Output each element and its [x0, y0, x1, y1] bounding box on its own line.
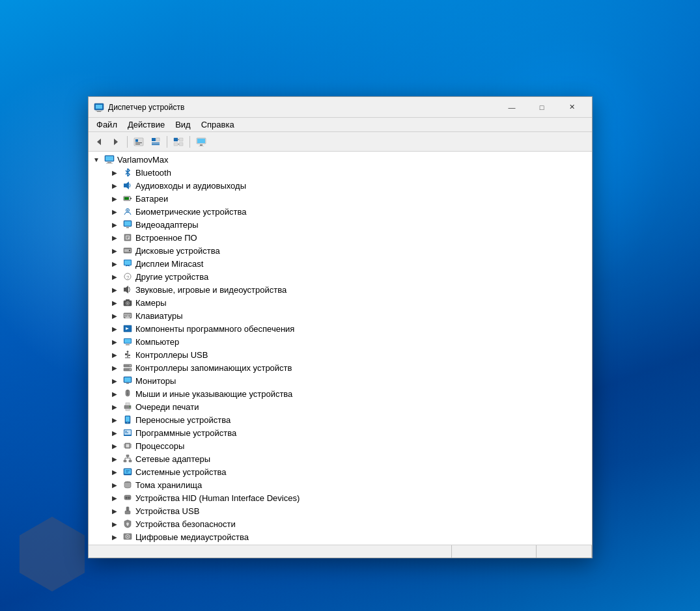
item-label-14: Контроллеры USB [135, 350, 208, 360]
bluetooth-icon [122, 167, 133, 178]
toolbar-scan[interactable] [171, 135, 186, 149]
close-button[interactable]: ✕ [557, 97, 587, 118]
tree-item-usb2[interactable]: ▶Устройства USB [89, 504, 592, 517]
expand-arrow: ▶ [109, 258, 120, 269]
mouse-icon [122, 388, 133, 399]
tree-item-print[interactable]: ▶Очереди печати [89, 400, 592, 413]
computer2-icon [122, 336, 133, 347]
item-label-12: Компоненты программного обеспечения [135, 324, 294, 334]
svg-point-90 [127, 422, 128, 424]
toolbar-monitor[interactable] [193, 135, 209, 149]
svg-rect-46 [124, 260, 131, 265]
svg-rect-1 [96, 105, 102, 109]
toolbar-update[interactable] [148, 135, 163, 149]
tree-item-computer2[interactable]: ▶Компьютер [89, 335, 592, 348]
program-icon [122, 428, 133, 438]
svg-rect-120 [125, 511, 130, 514]
svg-rect-60 [124, 316, 126, 317]
expand-arrow: ▶ [109, 519, 120, 529]
tree-item-mouse[interactable]: ▶Мыши и иные указывающие устройства [89, 387, 592, 400]
toolbar-back[interactable] [91, 135, 107, 149]
item-label-17: Мыши и иные указывающие устройства [135, 389, 292, 399]
window-icon-svg [94, 102, 104, 113]
svg-rect-71 [125, 353, 127, 355]
tree-item-other[interactable]: ▶?Другие устройства [89, 270, 592, 283]
tree-item-firmware[interactable]: ▶Встроенное ПО [89, 231, 592, 244]
tree-item-media[interactable]: ▶Цифровые медиаустройства [89, 530, 592, 543]
item-label-22: Сетевые адаптеры [135, 454, 210, 464]
menu-file[interactable]: Файл [91, 118, 122, 131]
tree-item-display[interactable]: ▶Видеоадаптеры [89, 218, 592, 231]
svg-rect-12 [152, 144, 160, 145]
svg-rect-15 [174, 143, 178, 146]
svg-rect-36 [124, 221, 131, 226]
tree-root-item[interactable]: ▼ VarlamovMax [89, 153, 592, 166]
storage2-icon [122, 480, 133, 490]
item-label-3: Биометрические устройства [135, 207, 246, 217]
svg-point-53 [127, 303, 128, 304]
svg-rect-103 [126, 455, 129, 457]
tree-item-monitor[interactable]: ▶Мониторы [89, 374, 592, 387]
media-icon [122, 532, 133, 542]
tree-item-software[interactable]: ▶Компоненты программного обеспечения [89, 322, 592, 335]
expand-arrow: ▶ [109, 362, 120, 373]
tree-item-sound[interactable]: ▶Звуковые, игровые и видеоустройства [89, 283, 592, 296]
menu-help[interactable]: Справка [196, 118, 240, 131]
svg-rect-39 [126, 236, 130, 239]
svg-rect-23 [199, 146, 204, 146]
root-computer-icon [104, 154, 115, 165]
expand-arrow: ▶ [109, 245, 120, 256]
tree-item-audio[interactable]: ▶Аудиовходы и аудиовыходы [89, 179, 592, 192]
toolbar-separator-2 [167, 136, 167, 148]
toolbar-separator-3 [189, 136, 190, 148]
tree-item-battery[interactable]: ▶Батареи [89, 192, 592, 205]
device-tree-content[interactable]: ▼ VarlamovMax ▶Bluetooth▶Аудиовходы и ау… [89, 152, 592, 545]
svg-rect-22 [200, 144, 203, 146]
tree-item-network[interactable]: ▶Сетевые адаптеры [89, 452, 592, 465]
svg-rect-123 [127, 524, 128, 526]
menu-view[interactable]: Вид [170, 118, 196, 131]
svg-rect-72 [128, 355, 130, 356]
svg-rect-115 [124, 495, 131, 500]
tree-item-miracast[interactable]: ▶Дисплеи Miracast [89, 257, 592, 270]
expand-arrow: ▶ [109, 493, 120, 503]
tree-item-system[interactable]: ▶Системные устройства [89, 465, 592, 478]
usb2-icon [122, 506, 133, 516]
tree-item-portable[interactable]: ▶Переносные устройства [89, 413, 592, 426]
tree-item-storage[interactable]: ▶Контроллеры запоминающих устройств [89, 361, 592, 374]
properties-icon [133, 137, 144, 146]
tree-item-program[interactable]: ▶Программные устройства [89, 426, 592, 439]
item-label-8: Другие устройства [135, 272, 208, 282]
svg-point-83 [127, 394, 128, 395]
storage-icon [122, 362, 133, 373]
expand-arrow: ▶ [109, 232, 120, 243]
expand-arrow: ▶ [109, 454, 120, 464]
tree-item-camera[interactable]: ▶Камеры [89, 296, 592, 309]
tree-item-keyboard[interactable]: ▶Клавиатуры [89, 309, 592, 322]
svg-rect-21 [197, 139, 205, 143]
device-manager-window: Диспетчер устройств — □ ✕ Файл Действие … [88, 96, 593, 558]
firmware-icon [122, 232, 133, 243]
toolbar-forward[interactable] [108, 135, 124, 149]
tree-item-biometric[interactable]: ▶Биометрические устройства [89, 205, 592, 218]
menu-action[interactable]: Действие [122, 118, 170, 131]
tree-item-storage2[interactable]: ▶Тома хранилища [89, 478, 592, 491]
update-icon [151, 137, 160, 146]
maximize-button[interactable]: □ [527, 97, 557, 118]
tree-item-bluetooth[interactable]: ▶Bluetooth [89, 166, 592, 179]
tree-item-disk[interactable]: ▶Дисковые устройства [89, 244, 592, 257]
tree-item-usb[interactable]: ▶Контроллеры USB [89, 348, 592, 361]
root-label: VarlamovMax [117, 155, 169, 165]
other-icon: ? [122, 271, 133, 282]
item-label-5: Встроенное ПО [135, 233, 197, 243]
software-icon [122, 323, 133, 334]
expand-arrow: ▶ [109, 180, 120, 191]
minimize-button[interactable]: — [497, 97, 527, 118]
tree-item-hid[interactable]: ▶Устройства HID (Human Interface Devices… [89, 491, 592, 504]
tree-item-security[interactable]: ▶Устройства безопасности [89, 517, 592, 530]
svg-rect-80 [126, 383, 129, 385]
toolbar-properties[interactable] [131, 135, 147, 149]
tree-item-cpu[interactable]: ▶Процессоры [89, 439, 592, 452]
expand-arrow: ▶ [109, 441, 120, 451]
svg-point-77 [130, 369, 131, 370]
